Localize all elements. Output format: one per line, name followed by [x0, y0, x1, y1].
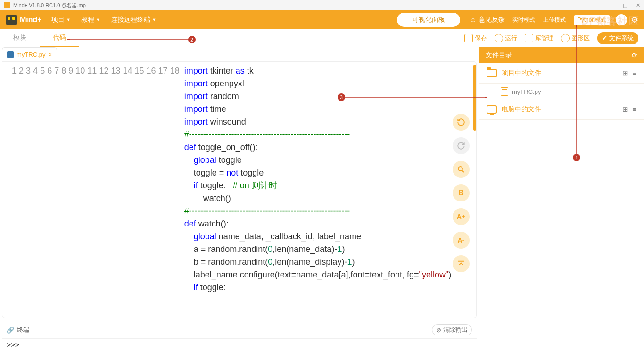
clear-output-button[interactable]: ⊘ 清除输出 — [432, 324, 472, 335]
play-icon — [495, 34, 503, 42]
bold-button[interactable]: B — [453, 184, 470, 201]
graphic-icon — [561, 34, 570, 42]
maximize-icon[interactable]: ▢ — [623, 2, 627, 8]
tab-close-icon[interactable]: × — [48, 51, 52, 58]
watermark: DF创客社区 — [581, 14, 639, 28]
file-icon — [501, 87, 508, 96]
clear-icon: ⊘ — [436, 327, 441, 334]
collapse-top-button[interactable] — [453, 255, 470, 272]
close-icon[interactable]: ✕ — [636, 2, 640, 8]
terminal-label: 终端 — [17, 326, 29, 334]
smile-icon: ☺ — [470, 16, 476, 24]
brand-logo: Mind+ — [6, 15, 42, 25]
code-body[interactable]: import tkinter as tk import openpyxl imp… — [184, 62, 476, 318]
window-title: Mind+ V1.8.0 RC1.0 点名器.mp — [13, 2, 86, 9]
mode-upload[interactable]: 上传模式 — [543, 16, 566, 24]
top-menu-bar: Mind+ 项目▼ 教程▼ 连接远程终端▼ 可视化面板 ☺意见反馈 实时模式 上… — [0, 10, 644, 29]
new-file-icon[interactable]: ⊞ — [622, 105, 628, 114]
graphic-button[interactable]: 图形区 — [561, 34, 590, 42]
run-button[interactable]: 运行 — [495, 34, 517, 42]
secondary-toolbar: 模块 代码 保存 运行 库管理 图形区 ✔文件系统 — [0, 29, 644, 47]
file-item-mytrc[interactable]: myTRC.py — [479, 84, 644, 100]
file-tab-mytrc[interactable]: myTRC.py × — [2, 47, 57, 61]
file-tab-label: myTRC.py — [17, 51, 45, 58]
terminal-panel: 🔗 终端 ⊘ 清除输出 >>>_ — [2, 321, 477, 351]
new-file-icon[interactable]: ⊞ — [622, 69, 628, 77]
menu-project[interactable]: 项目▼ — [51, 16, 71, 24]
library-icon — [525, 34, 533, 42]
minimize-icon[interactable]: — — [609, 2, 614, 8]
window-titlebar: Mind+ V1.8.0 RC1.0 点名器.mp — ▢ ✕ — [0, 0, 644, 10]
menu-icon[interactable]: ≡ — [632, 105, 636, 114]
chevron-down-icon: ▼ — [66, 17, 71, 22]
mode-realtime[interactable]: 实时模式 — [512, 16, 535, 24]
search-button[interactable] — [453, 161, 470, 178]
undo-button[interactable] — [453, 114, 470, 131]
lib-button[interactable]: 库管理 — [525, 34, 553, 42]
feedback-button[interactable]: ☺意见反馈 — [470, 16, 504, 24]
project-files-section[interactable]: 项目中的文件 ⊞≡ — [479, 63, 644, 84]
menu-tutorial[interactable]: 教程▼ — [81, 16, 100, 24]
check-icon: ✔ — [602, 34, 607, 42]
logo-icon — [6, 15, 17, 25]
save-button[interactable]: 保存 — [464, 34, 487, 42]
filesystem-button[interactable]: ✔文件系统 — [597, 32, 638, 44]
monitor-icon — [487, 105, 497, 114]
computer-files-section[interactable]: 电脑中的文件 ⊞≡ — [479, 100, 644, 120]
scrollbar-thumb[interactable] — [473, 65, 476, 131]
python-icon — [7, 51, 14, 58]
sidebar-header: 文件目录 ⟳ — [479, 47, 644, 63]
repl-input[interactable]: >>>_ — [2, 338, 477, 351]
visual-panel-button[interactable]: 可视化面板 — [397, 13, 460, 27]
link-icon: 🔗 — [7, 327, 14, 334]
menu-remote[interactable]: 连接远程终端▼ — [111, 16, 157, 24]
svg-point-0 — [458, 167, 462, 171]
file-sidebar: 文件目录 ⟳ 项目中的文件 ⊞≡ myTRC.py 电脑中的文件 ⊞≡ — [479, 47, 644, 352]
chevron-down-icon: ▼ — [96, 17, 100, 22]
code-editor[interactable]: 1 2 3 4 5 6 7 8 9 10 11 12 13 14 15 16 1… — [2, 62, 476, 318]
app-icon — [4, 2, 10, 8]
menu-icon[interactable]: ≡ — [632, 69, 636, 77]
chevron-down-icon: ▼ — [152, 17, 157, 22]
save-icon — [464, 34, 473, 42]
tab-module[interactable]: 模块 — [0, 30, 40, 47]
line-gutter: 1 2 3 4 5 6 7 8 9 10 11 12 13 14 15 16 1… — [2, 62, 184, 318]
font-decrease-button[interactable]: A- — [453, 232, 470, 249]
tab-code[interactable]: 代码 — [40, 30, 79, 47]
folder-icon — [487, 69, 497, 77]
redo-button[interactable] — [453, 137, 470, 154]
refresh-icon[interactable]: ⟳ — [632, 51, 637, 59]
font-increase-button[interactable]: A+ — [453, 208, 470, 225]
